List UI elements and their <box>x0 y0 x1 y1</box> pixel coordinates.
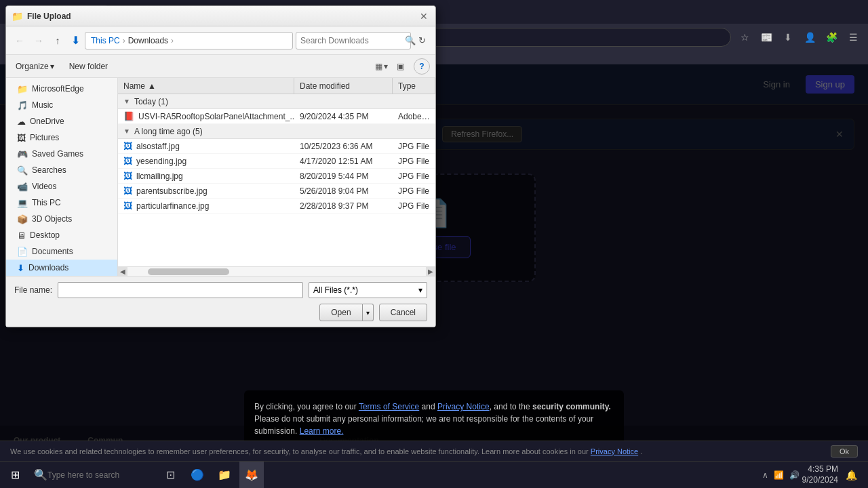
taskbar-pinned-icons: ⊡ 🔵 📁 🦊 <box>158 462 264 489</box>
scroll-left-button[interactable]: ◀ <box>118 267 127 277</box>
file-row-2[interactable]: 🖼 yesending.jpg 4/17/2020 12:51 AM JPG F… <box>118 154 435 169</box>
file-row-3[interactable]: 🖼 llcmailing.jpg 8/20/2019 5:44 PM JPG F… <box>118 169 435 184</box>
security-community-text: security community. <box>532 402 611 411</box>
col-name-sort-icon: ▲ <box>148 81 156 91</box>
organize-dropdown-icon: ▾ <box>50 62 54 71</box>
taskbar-task-view[interactable]: ⊡ <box>158 462 182 489</box>
back-nav-button[interactable]: ← <box>12 33 28 49</box>
extensions-button[interactable]: 🧩 <box>822 28 841 47</box>
learn-more-link[interactable]: Learn more. <box>300 426 344 436</box>
tray-volume-icon: 🔊 <box>789 470 800 480</box>
searches-icon: 🔍 <box>17 165 28 176</box>
sidebar-item-onedrive[interactable]: ☁ OneDrive <box>6 113 117 129</box>
cookie-privacy-link[interactable]: Privacy Notice <box>591 447 638 455</box>
file-date-4: 5/26/2018 9:04 PM <box>294 186 393 196</box>
onedrive-icon: ☁ <box>17 117 26 127</box>
notification-center-button[interactable]: 🔔 <box>841 462 861 489</box>
breadcrumb-downloads[interactable]: Downloads <box>128 36 168 45</box>
taskbar-firefox-icon[interactable]: 🦊 <box>239 462 264 489</box>
dialog-body: 📁 MicrosoftEdge 🎵 Music ☁ OneDrive 🖼 Pic… <box>6 78 435 276</box>
sidebar-item-videos[interactable]: 📹 Videos <box>6 178 117 195</box>
group-today-label: Today (1) <box>134 97 168 106</box>
pocket-button[interactable]: 📰 <box>757 28 776 47</box>
search-box: 🔍 <box>296 32 411 49</box>
sidebar-item-searches[interactable]: 🔍 Searches <box>6 162 117 178</box>
this-pc-icon: 💻 <box>17 198 28 208</box>
up-nav-button[interactable]: ↑ <box>50 33 66 49</box>
col-type-header[interactable]: Type <box>393 78 435 94</box>
privacy-notice-link[interactable]: Privacy Notice <box>437 402 490 411</box>
start-button[interactable]: ⊞ <box>0 462 31 489</box>
account-button[interactable]: 👤 <box>800 28 819 47</box>
file-row-0[interactable]: 📕 USVI-RA5RooftopSolarPanelAttachment_..… <box>118 109 435 124</box>
forward-nav-button[interactable]: → <box>31 33 47 49</box>
group-today-header: ▼ Today (1) <box>118 94 435 109</box>
breadcrumb-this-pc[interactable]: This PC <box>91 36 120 45</box>
sidebar-item-downloads[interactable]: ⬇ Downloads <box>6 260 117 276</box>
col-name-header[interactable]: Name ▲ <box>118 78 294 94</box>
sidebar-item-pictures[interactable]: 🖼 Pictures <box>6 129 117 146</box>
col-date-header[interactable]: Date modified <box>294 78 393 94</box>
dialog-close-button[interactable]: ✕ <box>418 10 430 22</box>
horizontal-scrollbar[interactable]: ◀ ▶ <box>118 266 435 276</box>
organize-button[interactable]: Organize ▾ <box>12 60 58 73</box>
bookmark-button[interactable]: ☆ <box>735 28 754 47</box>
sidebar-item-music[interactable]: 🎵 Music <box>6 97 117 113</box>
new-folder-button[interactable]: New folder <box>64 60 113 73</box>
down-arrow-button[interactable]: ⬇ <box>68 33 82 49</box>
system-tray: ∧ 📶 🔊 <box>762 470 800 480</box>
group-today-toggle[interactable]: ▼ <box>123 98 130 105</box>
dialog-options-bar: Organize ▾ New folder ▦ ▾ ▣ ? <box>6 55 435 78</box>
dialog-refresh-button[interactable]: ↻ <box>414 33 430 49</box>
help-button[interactable]: ? <box>414 58 430 75</box>
sidebar-item-documents[interactable]: 📄 Documents <box>6 243 117 260</box>
terms-link[interactable]: Terms of Service <box>359 402 419 411</box>
file-name-1: alsostaff.jpg <box>136 142 180 151</box>
cancel-button[interactable]: Cancel <box>379 304 427 321</box>
taskbar-edge-icon[interactable]: 🔵 <box>185 462 210 489</box>
time-value: 4:35 PM <box>802 464 838 475</box>
view-toggle-button[interactable]: ▦ ▾ <box>372 58 391 75</box>
open-dropdown-button[interactable]: ▾ <box>363 304 374 321</box>
sidebar-item-this-pc[interactable]: 💻 This PC <box>6 195 117 211</box>
dialog-titlebar: 📁 File Upload ✕ <box>6 6 435 26</box>
file-row-4[interactable]: 🖼 parentsubscribe.jpg 5/26/2018 9:04 PM … <box>118 184 435 199</box>
filelist-content: ▼ Today (1) 📕 USVI-RA5RooftopSolarPanelA… <box>118 94 435 266</box>
filetype-select[interactable]: All Files (*.*) ▾ <box>309 282 427 298</box>
sidebar-item-3d-objects[interactable]: 📦 3D Objects <box>6 211 117 227</box>
scroll-track <box>127 267 426 276</box>
sidebar-item-desktop[interactable]: 🖥 Desktop <box>6 227 117 243</box>
group-longago-toggle[interactable]: ▼ <box>123 127 130 135</box>
sidebar-item-microsoftedge[interactable]: 📁 MicrosoftEdge <box>6 81 117 97</box>
jpg-file-icon-5: 🖼 <box>123 201 132 211</box>
dialog-navigation-toolbar: ← → ↑ ⬇ This PC › Downloads › 🔍 ↻ <box>6 26 435 55</box>
privacy-text: By clicking, you agree to our Terms of S… <box>254 402 611 436</box>
sidebar-item-saved-games[interactable]: 🎮 Saved Games <box>6 146 117 162</box>
taskbar: ⊞ 🔍 ⊡ 🔵 📁 🦊 ∧ 📶 🔊 4:35 PM 9/20/2024 🔔 <box>0 461 868 488</box>
taskbar-search-button[interactable]: 🔍 <box>31 462 153 489</box>
file-type-5: JPG File <box>393 201 435 211</box>
downloads-indicator[interactable]: ⬇ <box>778 28 797 47</box>
preview-button[interactable]: ▣ <box>392 58 408 75</box>
dialog-footer: File name: All Files (*.*) ▾ Open ▾ Canc… <box>6 276 435 327</box>
file-row-5[interactable]: 🖼 particularfinance.jpg 2/28/2018 9:37 P… <box>118 199 435 214</box>
scroll-right-button[interactable]: ▶ <box>426 267 435 277</box>
filename-label: File name: <box>14 285 52 295</box>
filename-input[interactable] <box>58 282 303 298</box>
file-upload-dialog: 📁 File Upload ✕ ← → ↑ ⬇ This PC › Downlo… <box>5 5 436 327</box>
cookie-ok-button[interactable]: Ok <box>831 445 858 458</box>
group-longago-header: ▼ A long time ago (5) <box>118 124 435 139</box>
search-input[interactable] <box>300 36 402 45</box>
taskbar-search-input[interactable] <box>47 470 149 480</box>
menu-button[interactable]: ☰ <box>844 28 863 47</box>
dialog-title-text: File Upload <box>27 12 414 21</box>
date-value: 9/20/2024 <box>802 475 838 486</box>
desktop-icon: 🖥 <box>17 230 26 241</box>
microsoftedge-icon: 📁 <box>17 84 28 94</box>
dialog-sidebar: 📁 MicrosoftEdge 🎵 Music ☁ OneDrive 🖼 Pic… <box>6 78 118 276</box>
file-row-1[interactable]: 🖼 alsostaff.jpg 10/25/2023 6:36 AM JPG F… <box>118 139 435 154</box>
pdf-file-icon: 📕 <box>123 111 134 121</box>
open-button[interactable]: Open <box>319 304 362 321</box>
group-longago-label: A long time ago (5) <box>134 127 203 136</box>
taskbar-explorer-icon[interactable]: 📁 <box>212 462 237 489</box>
